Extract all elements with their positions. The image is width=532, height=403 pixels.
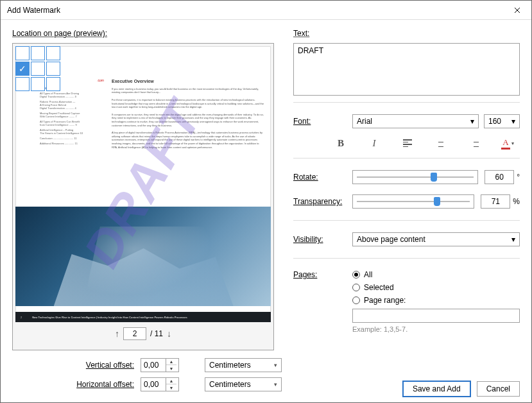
radio-icon — [352, 271, 360, 279]
spin-up-icon[interactable]: ▲ — [166, 378, 176, 384]
titlebar: Add Watermark — [1, 1, 531, 20]
page-range-input[interactable] — [352, 309, 520, 323]
preview-image-band — [15, 207, 271, 306]
watermark-text-input[interactable] — [293, 43, 520, 96]
location-cell-6[interactable] — [15, 77, 30, 91]
location-cell-1[interactable] — [31, 46, 45, 60]
prev-page-button[interactable]: ↑ — [115, 329, 119, 339]
spin-down-icon[interactable]: ▼ — [166, 365, 176, 372]
pages-radio-group: All Selected Page range: — [352, 270, 520, 305]
cancel-button[interactable]: Cancel — [477, 381, 520, 397]
preview-footer: 2 New Technologies Give Rise to Content … — [15, 312, 271, 322]
visibility-label: Visibility: — [293, 235, 352, 244]
font-family-combo[interactable]: Arial ▾ — [352, 114, 479, 128]
radio-icon — [352, 284, 360, 291]
location-label: Location on page (preview): — [12, 29, 282, 38]
text-label: Text: — [293, 29, 520, 38]
location-cell-0[interactable] — [15, 46, 30, 60]
font-color-button[interactable]: A ▾ — [499, 136, 516, 150]
horizontal-offset-label: Horizontal offset: — [76, 380, 134, 389]
slider-thumb[interactable] — [431, 173, 437, 182]
close-button[interactable] — [502, 1, 531, 19]
right-column: Text: Font: Arial ▾ 160 ▾ B I A ▾ — [293, 20, 520, 397]
page-range-hint: Example: 1,3,5-7. — [352, 325, 520, 333]
save-and-add-button[interactable]: Save and Add — [403, 381, 470, 397]
chevron-down-icon: ▾ — [511, 117, 515, 126]
horizontal-offset-input[interactable] — [141, 378, 166, 391]
location-grid: ✓ — [15, 46, 60, 91]
visibility-combo[interactable]: Above page content ▾ — [352, 232, 520, 246]
vertical-offset-spinner[interactable]: ▲▼ — [141, 358, 179, 372]
chevron-down-icon: ▾ — [511, 235, 515, 244]
rotate-value[interactable]: 60 — [485, 170, 514, 184]
align-left-button[interactable] — [399, 136, 416, 150]
window-title: Add Watermark — [7, 6, 60, 15]
format-toolbar: B I A ▾ — [293, 133, 520, 151]
page-total: / 11 — [150, 329, 163, 338]
rotate-unit: ° — [517, 173, 520, 182]
page-number-input[interactable] — [123, 327, 146, 340]
chevron-down-icon: ▾ — [470, 117, 474, 126]
rotate-label: Rotate: — [293, 173, 352, 182]
font-size-combo[interactable]: 160 ▾ — [484, 114, 520, 128]
location-cell-7[interactable] — [31, 77, 45, 91]
vertical-offset-input[interactable] — [141, 359, 166, 372]
location-cell-4[interactable] — [31, 62, 45, 76]
preview-panel: .com ntents All Types of Processes Are D… — [12, 43, 274, 350]
location-cell-2[interactable] — [46, 46, 60, 60]
close-icon — [514, 7, 520, 13]
horizontal-offset-spinner[interactable]: ▲▼ — [141, 377, 179, 391]
location-cell-5[interactable] — [46, 62, 60, 76]
chevron-down-icon: ▾ — [511, 141, 514, 146]
transparency-slider[interactable] — [352, 194, 474, 209]
vertical-offset-unit-combo[interactable]: Centimeters ▾ — [205, 358, 282, 372]
bold-button[interactable]: B — [332, 136, 349, 150]
chevron-down-icon: ▾ — [274, 381, 277, 388]
align-center-button[interactable] — [433, 136, 449, 150]
transparency-label: Transparency: — [293, 197, 352, 206]
pages-radio-selected[interactable]: Selected — [352, 283, 520, 292]
offset-section: Vertical offset: ▲▼ Centimeters ▾ Horizo… — [12, 358, 282, 391]
pager: ↑ / 11 ↓ — [115, 327, 171, 340]
vertical-offset-label: Vertical offset: — [86, 361, 134, 370]
pages-label: Pages: — [293, 270, 352, 279]
align-right-button[interactable] — [466, 136, 483, 150]
location-cell-8[interactable] — [46, 77, 60, 91]
spin-down-icon[interactable]: ▼ — [166, 384, 176, 391]
preview-body: Executive Overview If you were starting … — [112, 78, 264, 149]
font-label: Font: — [293, 117, 352, 126]
location-cell-3[interactable]: ✓ — [15, 62, 30, 76]
horizontal-offset-unit-combo[interactable]: Centimeters ▾ — [205, 377, 282, 391]
chevron-down-icon: ▾ — [274, 362, 277, 368]
rotate-slider[interactable] — [352, 170, 478, 184]
pages-radio-range[interactable]: Page range: — [352, 296, 520, 305]
radio-icon — [352, 296, 360, 304]
next-page-button[interactable]: ↓ — [167, 329, 171, 339]
transparency-unit: % — [513, 197, 520, 206]
pages-radio-all[interactable]: All — [352, 270, 520, 279]
spin-up-icon[interactable]: ▲ — [166, 359, 176, 365]
dialog-buttons: Save and Add Cancel — [293, 364, 520, 397]
italic-button[interactable]: I — [366, 136, 382, 150]
slider-thumb[interactable] — [434, 197, 440, 206]
left-column: Location on page (preview): .com ntents … — [12, 20, 282, 397]
transparency-value[interactable]: 71 — [481, 194, 510, 209]
